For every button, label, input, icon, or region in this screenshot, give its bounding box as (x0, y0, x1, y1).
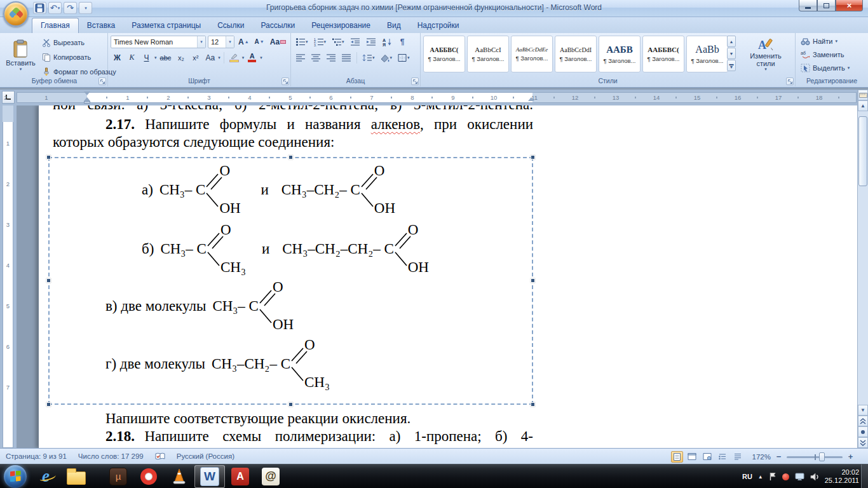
hidden-icons-button[interactable]: ▲ (758, 474, 763, 480)
paste-button[interactable]: Вставить ▾ (3, 35, 38, 76)
resize-handle[interactable] (531, 155, 535, 159)
scroll-up-button[interactable]: ▲ (858, 100, 868, 111)
zoom-in-button[interactable]: + (846, 452, 855, 461)
outline-view-button[interactable] (717, 451, 729, 463)
styles-more-button[interactable]: ▬▼ (727, 60, 736, 71)
opera-button[interactable] (133, 464, 164, 488)
cut-button[interactable]: Вырезать (39, 36, 119, 49)
next-page-button[interactable] (858, 437, 868, 448)
style-card[interactable]: AaBbCcDdEe ¶ Заголов... (511, 36, 553, 72)
undo-button[interactable]: ↶▾ (48, 2, 62, 14)
find-button[interactable]: Найти ▾ (798, 35, 852, 48)
office-button[interactable] (3, 1, 29, 27)
tab-view[interactable]: Вид (379, 18, 409, 33)
resize-handle[interactable] (288, 402, 293, 407)
vertical-scrollbar[interactable]: ▲ ▼ (857, 90, 868, 448)
zoom-slider[interactable] (787, 452, 843, 462)
change-styles-button[interactable]: А Изменить стили ▾ (738, 36, 793, 72)
styles-scroll-down-button[interactable]: ▼ (727, 48, 736, 59)
tab-insert[interactable]: Вставка (79, 18, 124, 33)
scroll-down-button[interactable]: ▼ (858, 405, 868, 416)
tab-mailings[interactable]: Рассылки (252, 18, 303, 33)
align-left-button[interactable] (294, 51, 308, 64)
shrink-font-button[interactable]: А▼ (253, 35, 266, 48)
adobe-reader-button[interactable]: A (225, 464, 255, 488)
numbering-button[interactable]: 1.2.3. ▾ (312, 35, 329, 48)
web-layout-view-button[interactable] (702, 451, 714, 463)
start-button[interactable] (0, 464, 31, 488)
taskbar-app-button-1[interactable]: µ (103, 464, 133, 488)
superscript-button[interactable]: x² (189, 51, 202, 64)
action-center-flag-icon[interactable] (769, 472, 776, 481)
shading-button[interactable]: ▾ (378, 51, 395, 64)
sort-button[interactable]: АЯ (380, 35, 394, 48)
language-indicator-tray[interactable]: RU (742, 473, 752, 480)
resize-handle[interactable] (46, 155, 51, 159)
strikethrough-button[interactable]: abc (158, 51, 173, 64)
style-card[interactable]: ААББВС( ¶ Заголов... (423, 36, 465, 72)
word-taskbar-button[interactable]: W (194, 465, 225, 488)
ruler-toggle-button[interactable] (858, 90, 868, 100)
draft-view-button[interactable] (732, 451, 744, 463)
clear-formatting-button[interactable]: Аа (268, 35, 288, 48)
italic-button[interactable]: К (125, 51, 139, 64)
first-line-indent-marker[interactable] (84, 92, 90, 95)
dropdown-arrow-icon[interactable]: ▾ (260, 56, 262, 60)
resize-handle[interactable] (531, 402, 535, 407)
font-size-select[interactable]: 12 ▾ (208, 36, 234, 48)
zoom-out-button[interactable]: − (774, 452, 783, 461)
zoom-thumb[interactable] (819, 452, 825, 461)
language-indicator[interactable]: Русский (Россия) (171, 449, 240, 464)
subscript-button[interactable]: x₂ (174, 51, 187, 64)
align-right-button[interactable] (324, 51, 338, 64)
tab-addins[interactable]: Надстройки (409, 18, 468, 33)
redo-button[interactable]: ↷ (64, 2, 77, 14)
highlight-button[interactable] (227, 51, 241, 64)
previous-page-button[interactable] (858, 416, 868, 426)
line-spacing-button[interactable]: ▾ (360, 51, 377, 64)
styles-scroll-up-button[interactable]: ▲ (727, 36, 736, 47)
change-case-button[interactable]: Aa (203, 51, 217, 64)
styles-dialog-launcher[interactable] (786, 78, 794, 85)
dropdown-arrow-icon[interactable]: ▾ (218, 56, 220, 60)
align-center-button[interactable] (309, 51, 323, 64)
grow-font-button[interactable]: А▲ (236, 35, 251, 48)
bold-button[interactable]: Ж (111, 51, 124, 64)
select-browse-object-button[interactable] (858, 426, 868, 437)
left-indent-marker[interactable] (84, 101, 90, 104)
print-layout-view-button[interactable] (671, 451, 683, 463)
clipboard-dialog-launcher[interactable] (98, 78, 106, 85)
network-icon[interactable] (795, 473, 804, 481)
tab-home[interactable]: Главная (32, 18, 79, 33)
paragraph-dialog-launcher[interactable] (411, 78, 419, 85)
replace-button[interactable]: аб Заменить (798, 48, 852, 61)
bullets-button[interactable]: ▾ (294, 35, 310, 48)
proofing-status-button[interactable] (149, 449, 171, 464)
show-formatting-marks-button[interactable]: ¶ (396, 35, 409, 48)
resize-handle[interactable] (288, 155, 293, 159)
style-card[interactable]: ААБВ ¶ Заголов... (599, 36, 641, 72)
internet-explorer-button[interactable]: e (31, 464, 61, 488)
show-desktop-button[interactable] (861, 464, 868, 488)
style-card[interactable]: AaBb ¶ Заголов... (686, 36, 728, 72)
increase-indent-button[interactable] (364, 35, 378, 48)
vlc-button[interactable] (164, 464, 194, 488)
windows-explorer-button[interactable] (61, 464, 92, 488)
zoom-level[interactable]: 172% (752, 453, 771, 461)
word-count[interactable]: Число слов: 17 299 (72, 449, 149, 464)
borders-button[interactable]: ▾ (395, 51, 412, 64)
right-indent-marker[interactable] (528, 97, 534, 101)
tab-page-layout[interactable]: Разметка страницы (123, 18, 209, 33)
tray-clock[interactable]: 20:02 25.12.2011 (825, 468, 859, 485)
style-card[interactable]: AaBbCcDdI ¶ Заголов... (555, 36, 597, 72)
select-button[interactable]: Выделить ▾ (798, 62, 852, 74)
text-frame[interactable]: а) CH₃– C O OH и CH₃–CH₂– C O OH б) CH₃–… (48, 157, 533, 405)
scrollbar-thumb[interactable] (858, 116, 867, 186)
tray-app-icon[interactable] (782, 473, 789, 480)
multilevel-list-button[interactable]: ▾ (330, 35, 346, 48)
tab-references[interactable]: Ссылки (209, 18, 252, 33)
underline-button[interactable]: Ч (140, 51, 153, 64)
justify-button[interactable] (339, 51, 353, 64)
volume-icon[interactable] (810, 473, 819, 481)
minimize-button[interactable] (799, 0, 817, 11)
